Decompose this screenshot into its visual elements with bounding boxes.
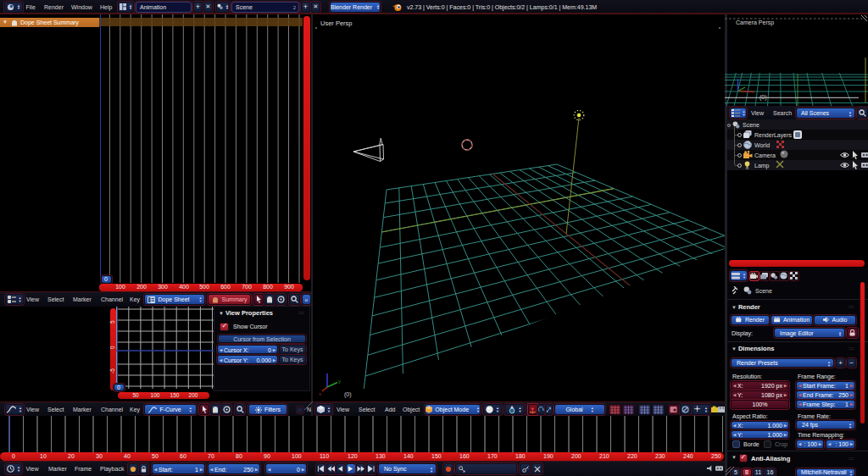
svg-text:x: x	[319, 391, 321, 396]
svg-text:y: y	[338, 379, 341, 384]
